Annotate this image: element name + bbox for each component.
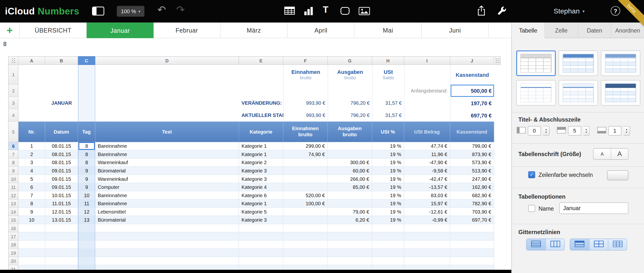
gridlines-horizontal-button[interactable] [526,239,546,250]
cell-J16[interactable] [450,224,494,233]
row-header-17[interactable]: 17 [8,232,18,241]
cell-H15[interactable]: 19 % [372,216,404,224]
cell-J14[interactable]: 703,90 € [450,208,494,216]
cell-A1[interactable] [18,65,45,85]
cell-E16[interactable] [239,224,283,233]
cell-A18[interactable] [18,241,45,249]
row-header-18[interactable]: 18 [8,241,18,249]
cell-J15[interactable]: 697,70 € [450,216,494,224]
undo-icon[interactable]: ↶ [157,4,166,16]
row-header-8[interactable]: 8 [8,158,18,167]
cell-I7[interactable]: 11,96 € [404,150,450,158]
cell-E19[interactable] [239,249,283,257]
cell-A12[interactable]: 7 [18,191,45,200]
table-header-D5[interactable]: Text [95,122,239,142]
cell-D16[interactable] [95,224,239,233]
cell-G11[interactable]: 85,00 € [328,183,372,192]
row-header-7[interactable]: 7 [8,150,18,158]
cell-I18[interactable] [404,241,450,249]
row-header-15[interactable]: 15 [8,216,18,224]
cell-G14[interactable]: 79,00 € [328,208,372,216]
cell-E17[interactable] [239,232,283,241]
cell-C1[interactable] [78,65,96,85]
cell-F10[interactable] [283,175,328,183]
cell-E7[interactable]: Kategorie 1 [239,150,283,158]
cell-I8[interactable]: -47,90 € [404,158,450,167]
cell-F8[interactable] [283,158,328,167]
sheet-tab-märz[interactable]: März [220,22,288,38]
table-style-underline[interactable] [516,80,556,106]
sheet-tab-januar[interactable]: Januar [87,22,154,38]
cell-H16[interactable] [372,224,404,233]
cell-H11[interactable]: 19 % [372,183,404,192]
cell-G4[interactable]: 796,20 € [328,109,372,122]
cell-C19[interactable] [78,249,96,257]
table-header-G5[interactable]: Ausgabenbrutto [328,122,372,142]
cell-I14[interactable]: -12,61 € [404,208,450,216]
cell-J7[interactable]: 873,90 € [450,150,494,158]
add-sheet-button[interactable]: + [0,22,20,38]
cell-D2[interactable] [95,85,239,97]
cell-G18[interactable] [328,241,372,249]
table-header-H5[interactable]: USt % [372,122,404,142]
column-header-C[interactable]: C [78,56,96,65]
cell-I16[interactable] [404,224,450,233]
cell-B15[interactable]: 13.01.15 [45,216,78,224]
table-header-I5[interactable]: USt Betrag [404,122,450,142]
cell-A11[interactable]: 6 [18,183,45,192]
cell-I6[interactable]: 47,74 € [404,142,450,150]
cell-F7[interactable]: 74,90 € [283,150,328,158]
sheet-tab-mai[interactable]: Mai [354,22,422,38]
row-color-well[interactable] [607,170,628,180]
sheet-tab-übersicht[interactable]: ÜBERSICHT [20,22,87,38]
cell-B14[interactable]: 12.01.15 [45,208,78,216]
cell-H20[interactable] [372,257,404,266]
gridlines-all-button[interactable] [589,239,608,250]
cell-G9[interactable]: 60,00 € [328,167,372,175]
cell-E18[interactable] [239,241,283,249]
cell-H13[interactable]: 19 % [372,200,404,208]
cell-J11[interactable]: 162,90 € [450,183,494,192]
cell-C8[interactable]: 8 [78,158,96,167]
increase-font-button[interactable]: A [611,149,628,160]
cell-G17[interactable] [328,232,372,241]
insert-shape-icon[interactable] [340,6,350,15]
cell-D14[interactable]: Lebensmittel [95,208,239,216]
column-header-D[interactable]: D [95,56,239,65]
cell-I9[interactable]: -9,58 € [404,167,450,175]
cell-B9[interactable]: 09.01.15 [45,167,78,175]
table-header-C5[interactable]: Tag [78,122,96,142]
cell-C7[interactable]: 8 [78,150,96,158]
sheet-tab-februar[interactable]: Februar [154,22,220,38]
cell-B2[interactable] [45,85,78,97]
cell-J6[interactable]: 799,00 € [450,142,494,150]
cell-I12[interactable]: 83,03 € [404,191,450,200]
inspector-tab-tabelle[interactable]: Tabelle [512,22,545,38]
cell-E2[interactable] [239,85,283,97]
column-header-I[interactable]: I [404,56,450,65]
cell-H7[interactable]: 19 % [372,150,404,158]
cell-I1[interactable] [404,65,450,85]
cell-J18[interactable] [450,241,494,249]
cell-D18[interactable] [95,241,239,249]
cell-C15[interactable]: 13 [78,216,96,224]
cell-C4[interactable] [78,109,96,122]
cell-D4[interactable] [95,109,239,122]
cell-H1[interactable]: UStSaldo [372,65,404,85]
cell-E20[interactable] [239,257,283,266]
cell-C20[interactable] [78,257,96,266]
cell-G3[interactable]: 796,20 € [328,97,372,109]
cell-H17[interactable] [372,232,404,241]
cell-C11[interactable]: 9 [78,183,96,192]
cell-G8[interactable]: 300,00 € [328,158,372,167]
gridlines-dense-button[interactable] [608,239,627,250]
table-right-handle[interactable] [495,56,501,65]
cell-B11[interactable]: 09.01.15 [45,183,78,192]
cell-H2[interactable] [372,85,404,97]
cell-H9[interactable]: 19 % [372,167,404,175]
cell-G20[interactable] [328,257,372,266]
cell-A19[interactable] [18,249,45,257]
cell-F4[interactable]: 993,90 € [283,109,328,122]
cell-A8[interactable]: 3 [18,158,45,167]
insert-table-icon[interactable] [284,6,295,15]
